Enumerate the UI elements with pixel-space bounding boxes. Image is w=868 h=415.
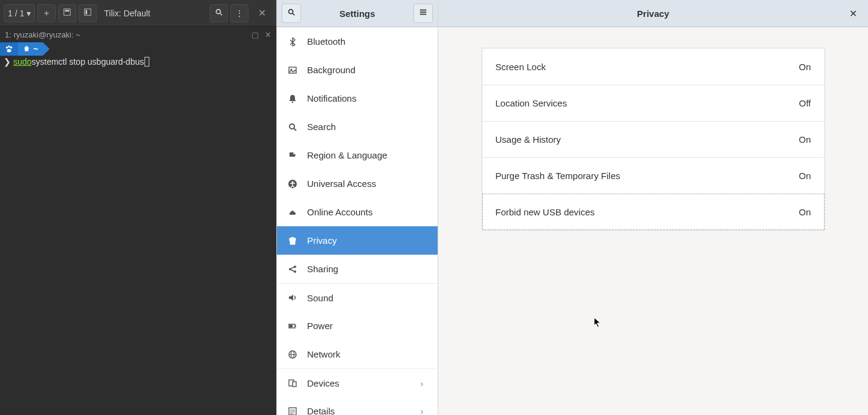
terminal-area[interactable]: ~ ❯ sudo systemctl stop usbguard-dbus [0, 42, 276, 415]
sidebar-item-search[interactable]: Search [277, 113, 438, 141]
sidebar-item-devices[interactable]: Devices› [277, 368, 438, 397]
svg-rect-34 [293, 382, 296, 387]
home-icon [23, 44, 30, 54]
settings-title: Settings [339, 8, 375, 19]
svg-point-23 [294, 266, 296, 268]
svg-point-9 [7, 49, 11, 52]
tilix-tab-maximize-button[interactable]: ▢ [251, 30, 259, 39]
settings-main: Privacy ✕ Screen LockOnLocation Services… [438, 0, 868, 415]
sidebar-item-power[interactable]: Power [277, 312, 438, 340]
prompt-arrow-icon [43, 42, 50, 56]
sidebar-item-details[interactable]: Details› [277, 397, 438, 415]
tilix-pager-button[interactable]: 1 / 1 ▾ [4, 4, 35, 22]
tilix-tab-bar: 1: ryuzaki@ryuzaki: ~ ▢ ✕ [0, 27, 276, 42]
sidebar-item-background[interactable]: Background [277, 56, 438, 84]
settings-window: Settings BluetoothBackgroundNotification… [276, 0, 868, 415]
svg-rect-0 [64, 9, 71, 16]
settings-close-button[interactable]: ✕ [844, 0, 862, 27]
tilix-menu-button[interactable]: ⋮ [230, 4, 248, 22]
privacy-list: Screen LockOnLocation ServicesOffUsage &… [482, 48, 825, 230]
sidebar-item-label: Sharing [307, 264, 427, 274]
tilix-tab-close-button[interactable]: ✕ [265, 30, 271, 39]
chevron-down-icon: ▾ [27, 8, 31, 18]
privacy-row-label: Forbid new USB devices [496, 207, 595, 217]
privacy-row-location-services[interactable]: Location ServicesOff [482, 85, 824, 121]
power-icon [288, 321, 297, 331]
close-icon: ✕ [849, 8, 857, 19]
tilix-split-down-button[interactable] [58, 4, 76, 22]
panel-title: Privacy [637, 8, 669, 19]
sidebar-item-online-accounts[interactable]: Online Accounts [277, 198, 438, 226]
sidebar-item-region-language[interactable]: Region & Language [277, 141, 438, 169]
prompt-badge: ~ [0, 42, 50, 56]
settings-hamburger-button[interactable] [413, 4, 433, 23]
sidebar-item-label: Notifications [307, 93, 427, 103]
sidebar-item-label: Details [307, 406, 407, 415]
svg-rect-28 [295, 325, 296, 327]
tilix-headerbar: 1 / 1 ▾ ＋ Tilix: Default ⋮ ✕ [0, 0, 276, 27]
privacy-row-screen-lock[interactable]: Screen LockOn [482, 48, 824, 85]
accessibility-icon [288, 179, 297, 189]
settings-search-button[interactable] [282, 4, 301, 23]
tilix-tab-label: 1: ryuzaki@ryuzaki: ~ [5, 30, 80, 39]
svg-point-17 [292, 101, 294, 103]
sidebar-item-label: Privacy [307, 235, 427, 246]
privacy-row-usage-history[interactable]: Usage & HistoryOn [482, 121, 824, 157]
tilix-window: 1 / 1 ▾ ＋ Tilix: Default ⋮ ✕ [0, 0, 276, 415]
tilix-search-button[interactable] [210, 4, 228, 22]
sidebar-item-privacy[interactable]: Privacy [277, 226, 438, 255]
svg-point-21 [292, 181, 294, 183]
privacy-row-purge-trash-temporary-files[interactable]: Purge Trash & Temporary FilesOn [482, 157, 824, 194]
notifications-icon [288, 94, 297, 103]
split-right-icon [83, 8, 92, 18]
svg-point-24 [294, 270, 296, 273]
privacy-row-value: On [798, 171, 811, 181]
sidebar-item-label: Background [307, 65, 427, 75]
settings-nav-list: BluetoothBackgroundNotificationsSearchRe… [277, 27, 438, 415]
chevron-right-icon: › [417, 378, 427, 388]
privacy-row-value: Off [799, 98, 811, 108]
privacy-row-value: On [798, 134, 811, 145]
privacy-row-forbid-new-usb-devices[interactable]: Forbid new USB devicesOn [482, 194, 824, 230]
svg-point-7 [8, 45, 10, 48]
settings-main-header: Privacy ✕ [438, 0, 868, 27]
search-icon [287, 8, 296, 19]
sidebar-item-sound[interactable]: Sound [277, 283, 438, 312]
privacy-panel: Screen LockOnLocation ServicesOffUsage &… [438, 27, 868, 251]
split-down-icon [63, 8, 71, 18]
sidebar-item-label: Power [307, 321, 427, 331]
sidebar-item-notifications[interactable]: Notifications [277, 84, 438, 113]
svg-point-10 [289, 10, 293, 14]
search-icon [288, 122, 297, 132]
sidebar-item-label: Network [307, 349, 427, 359]
tilix-tab-controls: ▢ ✕ [251, 30, 271, 39]
svg-line-5 [220, 13, 222, 16]
tilix-pager-label: 1 / 1 [8, 8, 24, 18]
plus-icon: ＋ [42, 8, 51, 19]
svg-rect-1 [65, 10, 70, 12]
kebab-icon: ⋮ [235, 8, 244, 18]
prompt-tilde: ~ [33, 44, 38, 54]
svg-point-6 [6, 47, 8, 49]
svg-line-11 [293, 13, 295, 16]
tilix-add-terminal-button[interactable]: ＋ [37, 4, 56, 22]
svg-rect-2 [85, 9, 91, 16]
sidebar-item-sharing[interactable]: Sharing [277, 255, 438, 283]
privacy-row-value: On [798, 207, 811, 217]
cloud-icon [288, 208, 297, 217]
tilix-close-button[interactable]: ✕ [251, 7, 273, 19]
network-icon [288, 350, 297, 359]
tilix-window-title: Tilix: Default [99, 8, 207, 18]
svg-point-4 [216, 10, 221, 14]
sidebar-item-label: Region & Language [307, 150, 427, 160]
tilix-split-right-button[interactable] [79, 4, 97, 22]
region-icon [288, 151, 297, 160]
sidebar-item-universal-access[interactable]: Universal Access [277, 169, 438, 198]
privacy-row-value: On [798, 62, 811, 72]
svg-point-8 [10, 47, 13, 49]
sidebar-item-bluetooth[interactable]: Bluetooth [277, 27, 438, 56]
svg-line-26 [291, 270, 294, 272]
privacy-row-label: Screen Lock [496, 62, 546, 72]
sidebar-item-network[interactable]: Network [277, 340, 438, 368]
sidebar-item-label: Search [307, 122, 427, 132]
